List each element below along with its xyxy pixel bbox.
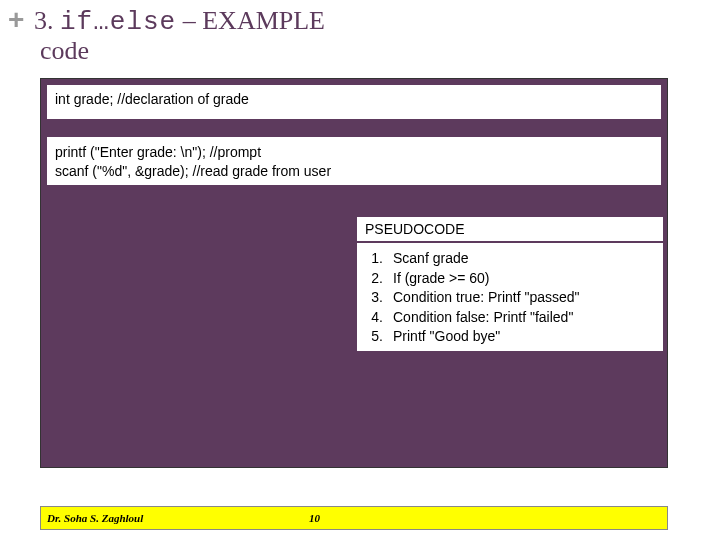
footer-page-number: 10 [309,512,320,524]
pseudo-num: 3. [365,288,383,308]
pseudo-num: 4. [365,308,383,328]
pseudo-item: 3. Condition true: Printf "passed" [365,288,655,308]
pseudo-text: If (grade >= 60) [393,269,490,289]
footer-author: Dr. Soha S. Zaghloul [41,512,143,524]
pseudo-text: Printf "Good bye" [393,327,500,347]
pseudo-item: 5. Printf "Good bye" [365,327,655,347]
pseudo-text: Condition true: Printf "passed" [393,288,580,308]
pseudo-item: 4. Condition false: Printf "failed" [365,308,655,328]
pseudo-item: 2. If (grade >= 60) [365,269,655,289]
footer-bar: Dr. Soha S. Zaghloul 10 [40,506,668,530]
pseudo-num: 5. [365,327,383,347]
code-io-box: printf ("Enter grade: \n"); //prompt sca… [47,137,661,185]
pseudo-num: 1. [365,249,383,269]
pseudocode-body: 1. Scanf grade 2. If (grade >= 60) 3. Co… [357,243,663,351]
pseudocode-heading-box: PSEUDOCODE [357,217,663,241]
code-container: int grade; //declaration of grade printf… [40,78,668,468]
code-line-printf: printf ("Enter grade: \n"); //prompt [55,143,653,162]
code-declaration-box: int grade; //declaration of grade [47,85,661,119]
pseudocode-heading: PSEUDOCODE [365,221,465,237]
title-mono: if…else [60,7,176,37]
title-suffix: – EXAMPLE [176,6,325,35]
slide-subtitle: code [40,36,89,66]
slide-title: 3. if…else – EXAMPLE [34,6,325,37]
plus-icon: + [8,4,24,36]
title-prefix: 3. [34,6,60,35]
pseudo-text: Condition false: Printf "failed" [393,308,573,328]
pseudo-text: Scanf grade [393,249,469,269]
pseudo-item: 1. Scanf grade [365,249,655,269]
pseudo-num: 2. [365,269,383,289]
code-line-declaration: int grade; //declaration of grade [55,91,249,107]
code-line-scanf: scanf ("%d", &grade); //read grade from … [55,162,653,181]
